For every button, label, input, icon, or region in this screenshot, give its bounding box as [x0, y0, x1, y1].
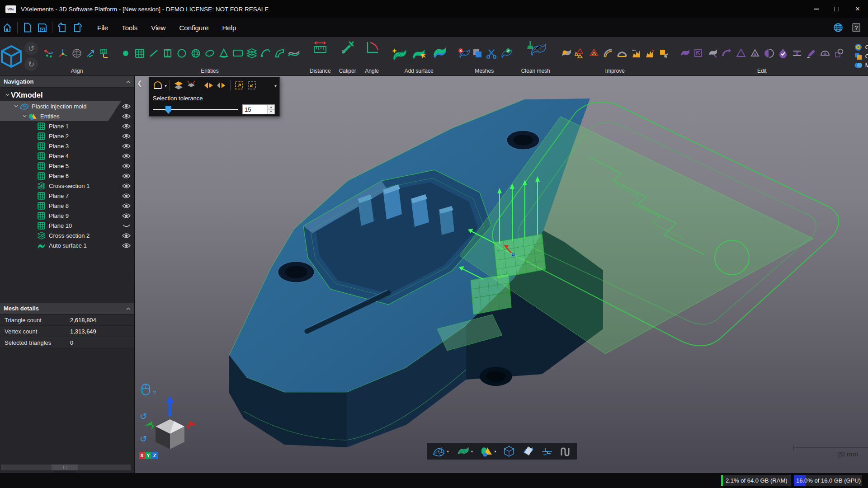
maximize-button[interactable] [826, 0, 847, 18]
mesh-display-caret-icon[interactable]: ▲ [446, 450, 449, 453]
menu-tools[interactable]: Tools [115, 21, 144, 34]
mesh-display-button[interactable]: ▲ [432, 446, 449, 457]
eye-closed-icon[interactable] [122, 223, 131, 229]
scrollbar-handle[interactable] [52, 465, 78, 470]
eye-open-icon[interactable] [122, 103, 131, 109]
add-surface-fit-icon[interactable] [430, 47, 449, 59]
mesh-validate-icon[interactable] [499, 47, 512, 59]
tree-item-plane-4[interactable]: Plane 4 [0, 151, 134, 161]
entity-line-icon[interactable] [147, 47, 160, 59]
swap-selection-icon[interactable] [216, 80, 227, 91]
edit-patch-icon[interactable] [679, 47, 691, 59]
selection-tolerance-input[interactable] [243, 105, 267, 114]
collapse-mesh-details-icon[interactable] [126, 305, 131, 312]
clean-mesh-button[interactable]: Clean mesh [517, 37, 554, 75]
histogram-button[interactable] [560, 446, 572, 457]
edit-protractor-icon[interactable] [819, 47, 831, 59]
improve-fill-hole-icon[interactable] [560, 47, 572, 59]
tree-item-plane-5[interactable]: Plane 5 [0, 161, 134, 171]
close-button[interactable]: × [847, 0, 868, 18]
redo-button[interactable]: ↻ [24, 57, 38, 71]
export-session-button[interactable] [70, 21, 84, 34]
edit-split-icon[interactable] [763, 47, 775, 59]
eye-open-icon[interactable] [122, 143, 131, 149]
surface-display-button[interactable]: ▲ [456, 446, 474, 457]
menu-help[interactable]: Help [216, 21, 243, 34]
entity-rectangle-icon[interactable] [231, 47, 244, 59]
edit-expand-icon[interactable] [693, 47, 705, 59]
bounding-box-button[interactable] [503, 446, 515, 457]
chevron-down-icon[interactable] [21, 115, 28, 117]
mesh-squares-icon[interactable] [471, 47, 484, 59]
tree-item-plane-6[interactable]: Plane 6 [0, 171, 134, 181]
entities-display-button[interactable]: ▲ [480, 446, 497, 457]
entity-spline-icon[interactable] [288, 47, 300, 59]
panel-scrollbar[interactable] [1, 465, 131, 470]
spin-up-icon[interactable]: ▲ [268, 105, 274, 110]
merge-button[interactable]: Merge [854, 61, 868, 69]
selection-more-dropdown-icon[interactable]: ▾ [274, 83, 277, 88]
tree-item-entities[interactable]: Entities [0, 111, 134, 121]
selection-mode-dropdown-icon[interactable]: ▾ [165, 83, 167, 88]
eye-open-icon[interactable] [122, 163, 131, 169]
improve-decimate-icon[interactable] [588, 47, 600, 59]
undo-button[interactable]: ↺ [24, 42, 38, 55]
tree-item-plane-2[interactable]: Plane 2 [0, 131, 134, 141]
align-axes-icon[interactable] [57, 47, 69, 59]
clipping-plane-button[interactable] [522, 446, 534, 457]
eye-open-icon[interactable] [122, 113, 131, 119]
tree-item-cross-section-2[interactable]: Cross-section 2 [0, 230, 134, 240]
selection-tolerance-slider[interactable] [153, 106, 238, 113]
entity-sphere-icon[interactable] [189, 47, 202, 59]
angle-button[interactable]: Angle [360, 37, 384, 75]
eye-open-icon[interactable] [122, 233, 131, 239]
entities-display-caret-icon[interactable]: ▲ [494, 450, 497, 453]
tree-item-cross-section-1[interactable]: Cross-section 1 [0, 181, 134, 191]
tree-item-plane-7[interactable]: Plane 7 [0, 191, 134, 201]
surface-display-caret-icon[interactable]: ▲ [471, 450, 474, 453]
select-through-icon[interactable] [173, 80, 184, 91]
viewport-3d-scene[interactable] [135, 76, 868, 473]
improve-smooth-icon[interactable] [616, 47, 628, 59]
improve-sculpt-icon[interactable] [658, 47, 670, 59]
entity-cross-section-icon[interactable] [245, 47, 258, 59]
align-world-icon[interactable] [71, 47, 83, 59]
eye-open-icon[interactable] [122, 133, 131, 139]
chevron-down-icon[interactable] [4, 94, 11, 96]
eye-open-icon[interactable] [122, 153, 131, 159]
eye-open-icon[interactable] [122, 213, 131, 219]
improve-spikes-icon[interactable] [644, 47, 656, 59]
improve-fill-boundary-icon[interactable] [574, 47, 586, 59]
eye-open-icon[interactable] [122, 243, 131, 249]
edit-shapes-icon[interactable] [833, 47, 845, 59]
edit-pencil-icon[interactable] [805, 47, 817, 59]
minimize-button[interactable] [806, 0, 826, 18]
collapse-selection-panel-icon[interactable]: ❮ [137, 80, 142, 87]
edit-surface-icon[interactable] [707, 47, 719, 59]
align-grid-icon[interactable] [99, 47, 111, 59]
entity-plane-icon[interactable] [133, 47, 146, 59]
distance-button[interactable]: Distance [306, 37, 335, 75]
entity-curve-icon[interactable] [274, 47, 286, 59]
tree-item-plane-8[interactable]: Plane 8 [0, 201, 134, 211]
tree-item-plane-10[interactable]: Plane 10 [0, 221, 134, 230]
combine-button[interactable]: Combine [854, 52, 868, 60]
eye-open-icon[interactable] [122, 203, 131, 209]
save-session-button[interactable] [35, 21, 49, 34]
edit-curved-arrow-icon[interactable] [721, 47, 733, 59]
entity-cone-icon[interactable] [217, 47, 230, 59]
collapse-navigation-icon[interactable] [126, 78, 131, 85]
entity-circle-icon[interactable] [175, 47, 188, 59]
add-surface-manual-icon[interactable] [410, 47, 429, 59]
menu-file[interactable]: File [90, 21, 115, 34]
slider-thumb[interactable] [165, 106, 171, 114]
edit-triangle-icon[interactable] [735, 47, 747, 59]
chevron-down-icon[interactable] [12, 105, 19, 108]
entity-ellipse-icon[interactable] [203, 47, 216, 59]
tree-item-vxmodel[interactable]: VXmodel [0, 89, 134, 101]
improve-boundary-icon[interactable] [602, 47, 614, 59]
compare-button[interactable]: Compare [854, 43, 868, 51]
online-services-button[interactable] [831, 21, 845, 34]
cross-section-view-button[interactable] [541, 446, 553, 457]
help-button[interactable]: ? [849, 21, 863, 34]
